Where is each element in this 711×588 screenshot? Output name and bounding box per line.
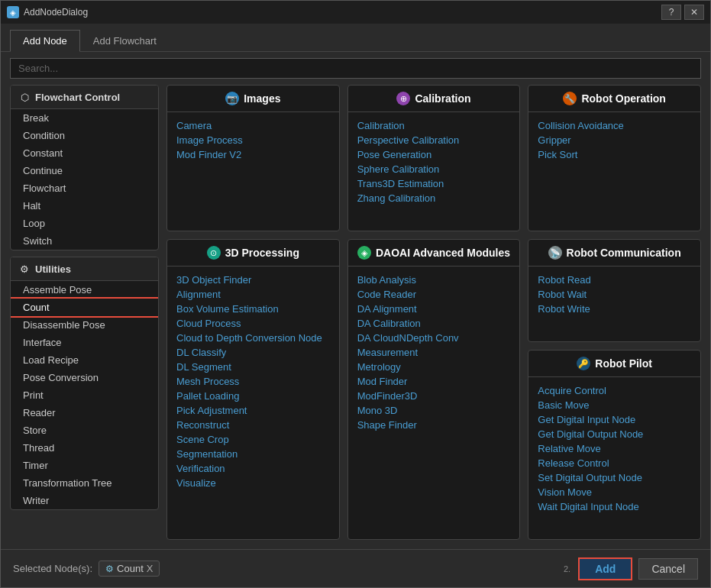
- item-scene-crop[interactable]: Scene Crop: [176, 432, 330, 447]
- flowchart-title: Flowchart Control: [35, 92, 120, 103]
- item-get-digital-input-node[interactable]: Get Digital Input Node: [538, 412, 691, 427]
- item-cloud-process[interactable]: Cloud Process: [176, 316, 330, 331]
- item-relative-move[interactable]: Relative Move: [538, 441, 691, 456]
- sidebar-section-utilities: ⚙ Utilities Assemble Pose Count Disassem…: [10, 257, 159, 510]
- help-button[interactable]: ?: [661, 5, 681, 20]
- item-pose-generation[interactable]: Pose Generation: [357, 147, 511, 162]
- item-reconstruct[interactable]: Reconstruct: [176, 418, 330, 432]
- close-button[interactable]: ✕: [684, 5, 704, 20]
- item-acquire-control[interactable]: Acquire Control: [538, 383, 691, 398]
- sidebar-item-condition[interactable]: Condition: [11, 127, 158, 144]
- item-robot-read[interactable]: Robot Read: [538, 273, 691, 287]
- robot-operation-title: Robot Operation: [581, 92, 665, 105]
- item-image-process[interactable]: Image Process: [176, 133, 330, 147]
- sidebar-item-thread[interactable]: Thread: [11, 439, 158, 457]
- chip-close-button[interactable]: X: [147, 563, 154, 574]
- item-set-digital-output-node[interactable]: Set Digital Output Node: [538, 470, 691, 485]
- sidebar-item-store[interactable]: Store: [11, 422, 158, 439]
- cancel-button[interactable]: Cancel: [638, 558, 698, 580]
- search-bar: [1, 52, 710, 85]
- sidebar-item-print[interactable]: Print: [11, 386, 158, 404]
- utilities-header: ⚙ Utilities: [11, 257, 158, 281]
- sidebar-item-constant[interactable]: Constant: [11, 144, 158, 162]
- tab-add-flowchart[interactable]: Add Flowchart: [80, 30, 170, 51]
- sidebar: ⬡ Flowchart Control Break Condition Cons…: [10, 85, 159, 540]
- sidebar-item-writer[interactable]: Writer: [11, 492, 158, 509]
- daoai-advanced-icon: ◈: [357, 246, 371, 260]
- item-blob-analysis[interactable]: Blob Analysis: [357, 273, 511, 287]
- 3d-processing-header: ⊙ 3D Processing: [167, 240, 339, 267]
- sidebar-item-load-recipe[interactable]: Load Recipe: [11, 351, 158, 369]
- sidebar-item-halt[interactable]: Halt: [11, 197, 158, 215]
- item-box-volume-estimation[interactable]: Box Volume Estimation: [176, 302, 330, 316]
- sidebar-item-assemble-pose[interactable]: Assemble Pose: [11, 281, 158, 299]
- bottom-buttons: 2. Add Cancel: [564, 557, 698, 580]
- daoai-advanced-items: Blob Analysis Code Reader DA Alignment D…: [348, 267, 520, 438]
- sidebar-item-pose-conversion[interactable]: Pose Conversion: [11, 369, 158, 386]
- item-robot-wait[interactable]: Robot Wait: [538, 287, 691, 302]
- chip-text: Count: [117, 563, 144, 574]
- item-perspective-calibration[interactable]: Perspective Calibration: [357, 133, 511, 147]
- item-alignment[interactable]: Alignment: [176, 287, 330, 302]
- sidebar-item-timer[interactable]: Timer: [11, 457, 158, 474]
- item-3d-object-finder[interactable]: 3D Object Finder: [176, 273, 330, 287]
- item-basic-move[interactable]: Basic Move: [538, 398, 691, 412]
- main-grid: 📷 Images Camera Image Process Mod Finder…: [166, 85, 701, 540]
- item-cloud-to-depth-conversion-node[interactable]: Cloud to Depth Conversion Node: [176, 331, 330, 345]
- sidebar-item-switch[interactable]: Switch: [11, 232, 158, 250]
- sidebar-item-reader[interactable]: Reader: [11, 404, 158, 422]
- item-wait-digital-input-node[interactable]: Wait Digital Input Node: [538, 499, 691, 514]
- item-segmentation[interactable]: Segmentation: [176, 447, 330, 461]
- item-sphere-calibration[interactable]: Sphere Calibration: [357, 162, 511, 176]
- item-dl-classify[interactable]: DL Classify: [176, 345, 330, 360]
- sidebar-item-flowchart[interactable]: Flowchart: [11, 179, 158, 197]
- item-verification[interactable]: Verification: [176, 461, 330, 476]
- item-robot-write[interactable]: Robot Write: [538, 302, 691, 316]
- item-modfinder3d[interactable]: ModFinder3D: [357, 389, 511, 403]
- item-mod-finder[interactable]: Mod Finder: [357, 374, 511, 389]
- search-input[interactable]: [10, 58, 701, 79]
- item-mesh-process[interactable]: Mesh Process: [176, 374, 330, 389]
- category-robot-communication: 📡 Robot Communication Robot Read Robot W…: [528, 239, 701, 342]
- item-zhang-calibration[interactable]: Zhang Calibration: [357, 191, 511, 205]
- item-code-reader[interactable]: Code Reader: [357, 287, 511, 302]
- item-gripper[interactable]: Gripper: [538, 133, 691, 147]
- item-release-control[interactable]: Release Control: [538, 456, 691, 470]
- tab-add-node[interactable]: Add Node: [10, 30, 80, 52]
- sidebar-item-transformation-tree[interactable]: Transformation Tree: [11, 474, 158, 492]
- sidebar-item-loop[interactable]: Loop: [11, 215, 158, 232]
- item-dl-segment[interactable]: DL Segment: [176, 360, 330, 374]
- item-shape-finder[interactable]: Shape Finder: [357, 418, 511, 432]
- item-measurement[interactable]: Measurement: [357, 345, 511, 360]
- chip-icon: ⚙: [105, 564, 114, 574]
- sidebar-item-interface[interactable]: Interface: [11, 334, 158, 351]
- item-collision-avoidance[interactable]: Collision Avoidance: [538, 118, 691, 133]
- flowchart-icon: ⬡: [18, 91, 31, 103]
- item-da-calibration[interactable]: DA Calibration: [357, 316, 511, 331]
- sidebar-item-count[interactable]: Count: [11, 299, 158, 316]
- robot-communication-header: 📡 Robot Communication: [528, 240, 700, 267]
- item-pallet-loading[interactable]: Pallet Loading: [176, 389, 330, 403]
- item-da-cloudndepth-conv[interactable]: DA CloudNDepth Conv: [357, 331, 511, 345]
- item-mono-3d[interactable]: Mono 3D: [357, 403, 511, 418]
- sidebar-item-break[interactable]: Break: [11, 109, 158, 127]
- item-da-alignment[interactable]: DA Alignment: [357, 302, 511, 316]
- item-pick-sort[interactable]: Pick Sort: [538, 147, 691, 162]
- item-calibration[interactable]: Calibration: [357, 118, 511, 133]
- robot-pilot-scroll[interactable]: Acquire Control Basic Move Get Digital I…: [528, 377, 700, 539]
- item-pick-adjustment[interactable]: Pick Adjustment: [176, 403, 330, 418]
- daoai-advanced-title: DAOAI Advanced Modules: [376, 247, 510, 259]
- item-trans3d-estimation[interactable]: Trans3D Estimation: [357, 176, 511, 191]
- add-button[interactable]: Add: [578, 557, 632, 580]
- item-vision-move[interactable]: Vision Move: [538, 485, 691, 499]
- item-visualize[interactable]: Visualize: [176, 476, 330, 490]
- item-camera[interactable]: Camera: [176, 118, 330, 133]
- robot-operation-icon: 🔧: [563, 92, 577, 105]
- sidebar-section-flowchart: ⬡ Flowchart Control Break Condition Cons…: [10, 85, 159, 250]
- utilities-items: Assemble Pose Count Disassemble Pose Int…: [11, 281, 158, 509]
- item-get-digital-output-node[interactable]: Get Digital Output Node: [538, 427, 691, 441]
- item-mod-finder-v2[interactable]: Mod Finder V2: [176, 147, 330, 162]
- sidebar-item-disassemble-pose[interactable]: Disassemble Pose: [11, 316, 158, 334]
- item-metrology[interactable]: Metrology: [357, 360, 511, 374]
- sidebar-item-continue[interactable]: Continue: [11, 162, 158, 179]
